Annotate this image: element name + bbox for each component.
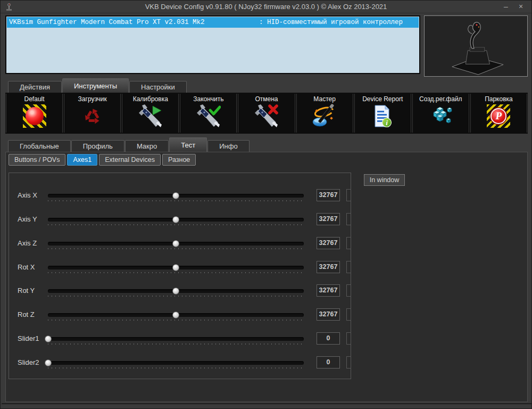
caliper-check-icon	[196, 104, 221, 128]
axis-value-box[interactable]: 32767	[317, 284, 340, 297]
action-tab-1[interactable]: Инструменты	[62, 78, 129, 93]
joystick-preview	[424, 15, 528, 77]
axes-test-panel: Axis X32767Axis Y32767Axis Z32767Rot X32…	[9, 173, 351, 379]
toolbar-button-6[interactable]: Device Reporti	[354, 94, 411, 133]
page-tab-2[interactable]: Макро	[125, 140, 169, 152]
toolbar-button-5[interactable]: Мастер	[296, 94, 353, 133]
device-description: : HID-совместимый игровой контроллер	[259, 19, 403, 26]
toolbar: DefaultЗагрузчикКалибровкаЗакончитьОтмен…	[5, 93, 528, 134]
axis-label: Rot Z	[18, 310, 35, 320]
axis-value-box[interactable]: 32767	[317, 213, 340, 225]
sub-tab-3[interactable]: Разное	[162, 154, 196, 166]
axis-value-box[interactable]: 32767	[317, 308, 340, 321]
axis-aux-box	[346, 332, 351, 345]
axis-slider-thumb[interactable]	[45, 359, 52, 366]
toolbar-button-label: Закончить	[193, 95, 223, 103]
action-tabs-row: ДействияИнструментыНастройки	[8, 78, 187, 93]
toolbar-button-0[interactable]: Default	[6, 94, 63, 133]
page-tab-3[interactable]: Тест	[169, 137, 207, 152]
axis-tick-marks	[48, 200, 304, 201]
page-tab-4[interactable]: Инфо	[207, 140, 249, 152]
report-document-icon: i	[370, 104, 395, 128]
page-tab-0[interactable]: Глобальные	[8, 140, 71, 152]
toolbar-button-label: Загрузчик	[78, 95, 107, 103]
in-window-button[interactable]: In window	[364, 174, 405, 186]
axis-tick-marks	[48, 320, 304, 321]
axis-tick-marks	[48, 343, 304, 345]
sub-tab-1[interactable]: Axes1	[67, 154, 97, 166]
axis-label: Axis Z	[18, 239, 37, 248]
close-button[interactable]: ×	[514, 1, 527, 12]
toolbar-button-label: Default	[24, 95, 45, 103]
toolbar-button-1[interactable]: Загрузчик	[64, 94, 121, 133]
axis-aux-box	[346, 237, 351, 249]
axis-aux-box	[346, 189, 351, 201]
axis-slider-thumb[interactable]	[45, 336, 52, 342]
title-bar: VKB Device Config v0.91.80 ( NJoy32 firm…	[1, 1, 531, 13]
axis-slider-thumb[interactable]	[172, 312, 179, 318]
axis-aux-box	[346, 284, 351, 297]
axis-label: Slider2	[18, 358, 39, 367]
joystick-image	[425, 16, 527, 76]
parking-icon: P	[486, 104, 511, 128]
axis-tick-marks	[48, 272, 304, 273]
axis-tick-marks	[48, 224, 304, 225]
axis-label: Rot Y	[18, 286, 35, 296]
window-bottom-frame	[2, 403, 531, 404]
action-tab-0[interactable]: Действия	[8, 81, 62, 93]
axis-value-box[interactable]: 32767	[317, 261, 340, 273]
sub-tabs-row: Buttons / POVsAxes1External DevicesРазно…	[9, 154, 197, 166]
axis-tick-marks	[48, 296, 304, 297]
page-tabs-row: ГлобальныеПрофильМакроТестИнфо	[8, 137, 250, 152]
minimize-button[interactable]: –	[500, 1, 512, 12]
axis-value-box[interactable]: 32767	[317, 189, 340, 201]
axis-value-box[interactable]: 0	[317, 356, 340, 369]
axis-value-box[interactable]: 32767	[317, 237, 340, 249]
page-tab-1[interactable]: Профиль	[71, 140, 124, 152]
axis-slider-thumb[interactable]	[172, 288, 179, 295]
axis-aux-box	[346, 356, 351, 369]
axis-aux-box	[346, 213, 351, 225]
svg-text:i: i	[386, 119, 388, 127]
axis-tick-marks	[48, 367, 304, 369]
axis-aux-box	[346, 261, 351, 273]
axis-slider-thumb[interactable]	[172, 240, 179, 247]
toolbar-button-label: Калибровка	[133, 95, 168, 103]
device-list-selected-row[interactable]: VKBsim Gunfighter Modern Combat Pro XT v…	[7, 17, 419, 28]
app-window: VKB Device Config v0.91.80 ( NJoy32 firm…	[0, 0, 532, 409]
sub-tab-2[interactable]: External Devices	[99, 154, 161, 166]
toolbar-button-label: Созд.рег.файл	[419, 95, 462, 103]
axis-value-box[interactable]: 0	[317, 332, 340, 345]
device-name: VKBsim Gunfighter Modern Combat Pro XT v…	[9, 19, 205, 26]
action-tab-2[interactable]: Настройки	[129, 81, 187, 93]
toolbar-button-label: Device Report	[362, 95, 403, 103]
hazard-ball-icon	[22, 104, 47, 128]
recycle-icon	[80, 104, 105, 128]
axis-label: Axis X	[18, 191, 37, 200]
axis-slider-track[interactable]	[48, 337, 304, 341]
axis-slider-thumb[interactable]	[172, 192, 179, 199]
caliper-play-icon	[138, 104, 163, 128]
axis-tick-marks	[48, 248, 304, 249]
axis-slider-thumb[interactable]	[172, 216, 179, 223]
magic-wand-icon	[312, 104, 337, 128]
axis-slider-track[interactable]	[48, 361, 304, 365]
registry-cubes-icon	[428, 104, 453, 128]
sub-tab-0[interactable]: Buttons / POVs	[9, 154, 65, 166]
device-listbox[interactable]: VKBsim Gunfighter Modern Combat Pro XT v…	[6, 17, 419, 73]
device-list-container: VKBsim Gunfighter Modern Combat Pro XT v…	[5, 15, 420, 74]
axis-label: Slider1	[18, 334, 39, 343]
toolbar-button-label: Мастер	[313, 95, 336, 103]
window-title: VKB Device Config v0.91.80 ( NJoy32 firm…	[1, 1, 531, 13]
toolbar-button-3[interactable]: Закончить	[180, 94, 237, 133]
toolbar-button-label: Парковка	[485, 95, 513, 103]
axis-slider-thumb[interactable]	[172, 264, 179, 271]
toolbar-button-7[interactable]: Созд.рег.файл	[412, 94, 469, 133]
toolbar-button-label: Отмена	[255, 95, 278, 103]
axis-label: Axis Y	[18, 215, 37, 224]
toolbar-button-4[interactable]: Отмена	[238, 94, 295, 133]
test-tab-page: Buttons / POVsAxes1External DevicesРазно…	[5, 152, 528, 402]
toolbar-button-8[interactable]: ПарковкаP	[470, 94, 527, 133]
toolbar-button-2[interactable]: Калибровка	[122, 94, 179, 133]
axis-aux-box	[346, 308, 351, 321]
